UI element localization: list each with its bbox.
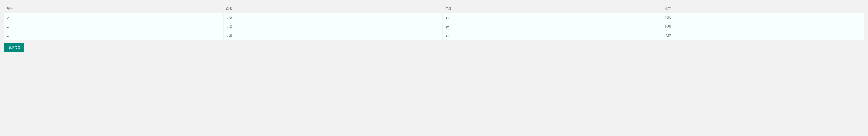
cell-age: 23 — [443, 31, 662, 40]
table-header-row: 序号 姓名 年龄 城市 — [4, 4, 864, 13]
table-row: 2 小建 23 成都 — [4, 31, 864, 40]
header-age: 年龄 — [443, 4, 662, 13]
cell-age: 18 — [443, 13, 662, 22]
request-button[interactable]: 请求接口 — [4, 43, 25, 52]
cell-age: 20 — [443, 22, 662, 31]
cell-name: 小明 — [223, 13, 442, 22]
header-city: 城市 — [662, 4, 864, 13]
cell-city: 杭州 — [662, 22, 864, 31]
cell-city: 成都 — [662, 31, 864, 40]
cell-index: 0 — [4, 13, 223, 22]
data-table: 序号 姓名 年龄 城市 0 小明 18 武汉 1 小红 20 杭州 2 小建 — [4, 4, 864, 40]
header-name: 姓名 — [223, 4, 442, 13]
cell-city: 武汉 — [662, 13, 864, 22]
cell-index: 1 — [4, 22, 223, 31]
cell-name: 小红 — [223, 22, 442, 31]
table-row: 1 小红 20 杭州 — [4, 22, 864, 31]
cell-name: 小建 — [223, 31, 442, 40]
table-row: 0 小明 18 武汉 — [4, 13, 864, 22]
header-index: 序号 — [4, 4, 223, 13]
data-table-container: 序号 姓名 年龄 城市 0 小明 18 武汉 1 小红 20 杭州 2 小建 — [4, 4, 864, 40]
cell-index: 2 — [4, 31, 223, 40]
